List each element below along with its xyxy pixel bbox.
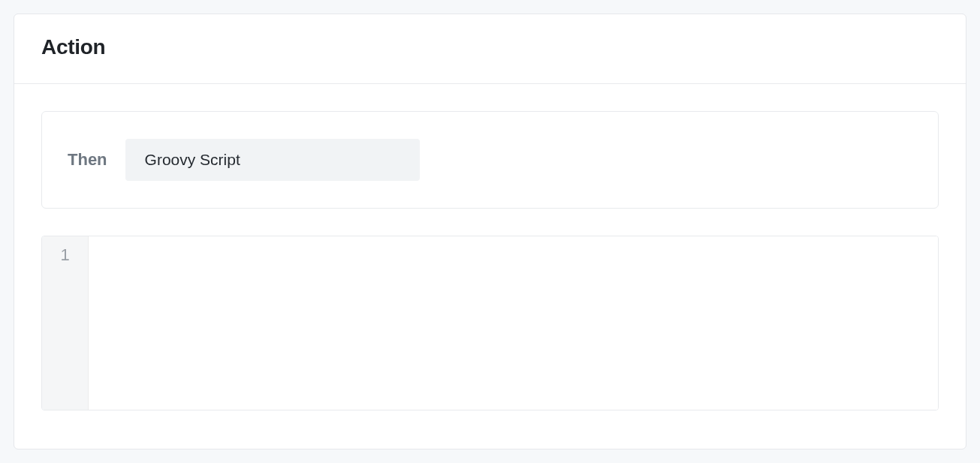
line-number: 1 bbox=[42, 242, 88, 267]
editor-gutter: 1 bbox=[42, 236, 89, 410]
code-input[interactable] bbox=[89, 236, 938, 410]
action-panel: Action Then Groovy Script 1 bbox=[14, 14, 966, 449]
panel-body: Then Groovy Script 1 bbox=[14, 84, 966, 437]
panel-header: Action bbox=[14, 14, 966, 84]
script-type-select[interactable]: Groovy Script bbox=[125, 139, 420, 181]
code-editor: 1 bbox=[41, 236, 939, 410]
then-label: Then bbox=[68, 150, 107, 170]
panel-title: Action bbox=[41, 35, 939, 59]
action-row: Then Groovy Script bbox=[41, 111, 939, 209]
